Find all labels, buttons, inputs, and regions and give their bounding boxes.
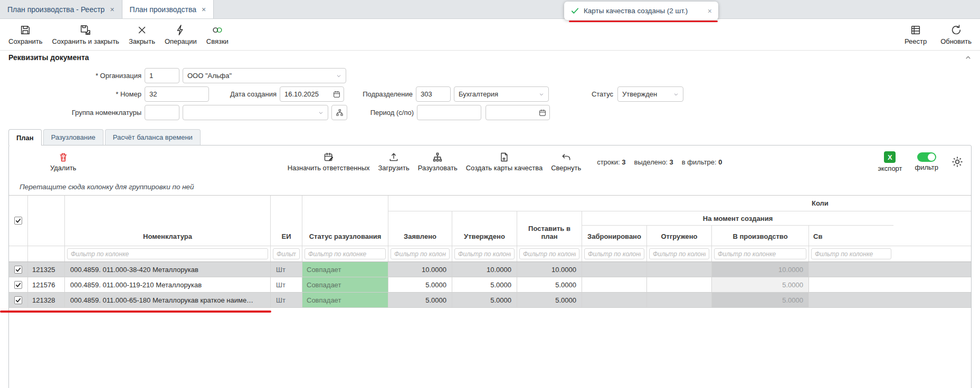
department-select-value: Бухгалтерия (459, 90, 498, 98)
filter-input[interactable] (391, 248, 450, 259)
col-header-declared[interactable]: Заявлено (388, 211, 452, 246)
filter-input[interactable] (519, 248, 579, 259)
filter-input-unit (271, 246, 302, 261)
window-tab-registry-label: План производства - Реестр (7, 5, 104, 14)
filter-input-status (302, 246, 388, 261)
delete-button[interactable]: Удалить (50, 152, 77, 172)
filter-input[interactable] (649, 248, 709, 259)
cell-explosion-status: Совпадает (302, 262, 388, 277)
table-row[interactable]: 121328 000.4859. 011.000-65-180 Металлор… (9, 293, 971, 308)
collapse-chevron-up-icon[interactable] (965, 54, 972, 61)
registry-button[interactable]: Реестр (905, 24, 927, 45)
collapse-rows-button[interactable]: Свернуть (551, 152, 581, 172)
save-and-close-icon (80, 24, 91, 36)
cell-nomenclature: 000.4859. 011.000-119-210 Металлорукав (65, 277, 271, 292)
trash-icon (58, 152, 69, 162)
department-code-input[interactable] (416, 86, 451, 102)
organization-code-input[interactable] (145, 68, 179, 83)
links-button[interactable]: Связки (206, 24, 229, 45)
col-header-rest (893, 211, 971, 246)
window-tab-registry[interactable]: План производства - Реестр × (0, 0, 122, 18)
grid-counters: строки: 3 выделено: 3 в фильтре: 0 (597, 158, 722, 166)
col-header-id[interactable] (28, 196, 65, 246)
close-button[interactable]: Закрыть (129, 24, 155, 45)
cell-id: 121576 (28, 277, 65, 292)
cell-explosion-status: Совпадает (302, 277, 388, 292)
window-tab-production-plan[interactable]: План производства × (122, 0, 214, 18)
save-button[interactable]: Сохранить (8, 24, 43, 45)
filter-input[interactable] (305, 248, 386, 259)
number-input[interactable] (145, 86, 209, 102)
calendar-icon[interactable] (538, 109, 547, 117)
status-select[interactable]: Утвержден (617, 86, 683, 102)
cell-unit: Шт (271, 293, 302, 307)
cell-id: 121328 (28, 293, 65, 307)
cell-declared: 10.0000 (388, 262, 452, 277)
tab-time-balance[interactable]: Расчёт баланса времени (105, 129, 201, 145)
cell-shipped (647, 293, 712, 307)
department-select[interactable]: Бухгалтерия (454, 86, 549, 102)
filter-toggle[interactable]: фильтр (915, 152, 938, 171)
main-toolbar: Сохранить Сохранить и закрыть Закрыть Оп… (0, 19, 980, 51)
filter-input[interactable] (454, 248, 515, 259)
cell-explosion-status: Совпадает (302, 293, 388, 307)
col-header-in-production[interactable]: В производство (712, 226, 809, 246)
save-icon (20, 24, 31, 36)
save-and-close-button[interactable]: Сохранить и закрыть (52, 24, 119, 45)
grid-settings-button[interactable] (951, 156, 964, 168)
col-header-unit[interactable]: ЕИ (271, 196, 302, 246)
toast-success: Карты качества созданы (2 шт.) × (564, 2, 718, 20)
filter-input[interactable] (584, 248, 644, 259)
period-from-input[interactable] (417, 105, 481, 120)
select-all-checkbox[interactable] (9, 196, 28, 246)
tree-view-button[interactable] (331, 105, 347, 120)
nomenclature-group-select[interactable] (183, 105, 328, 120)
organization-label: * Организация (8, 72, 141, 80)
registry-icon (910, 24, 921, 36)
filter-input-nomenclature (65, 246, 271, 261)
row-checkbox[interactable] (9, 262, 28, 277)
col-header-put-to-plan[interactable]: Поставить в план (517, 211, 582, 246)
col-header-shipped[interactable]: Отгружено (647, 226, 712, 246)
table-row[interactable]: 121576 000.4859. 011.000-119-210 Металло… (9, 277, 971, 293)
close-icon (136, 24, 148, 36)
links-icon (212, 24, 223, 36)
calendar-icon[interactable] (332, 90, 341, 99)
col-header-nomenclature[interactable]: Номенклатура (65, 196, 271, 246)
create-quality-cards-button[interactable]: Создать карты качества (466, 152, 543, 172)
col-header-reserved[interactable]: Забронировано (582, 226, 647, 246)
group-header-quantity: Коли (388, 196, 971, 211)
cell-in-production: 5.0000 (712, 293, 809, 307)
refresh-button[interactable]: Обновить (940, 24, 972, 45)
export-button[interactable]: X экспорт (878, 151, 902, 172)
filter-input[interactable] (67, 248, 268, 259)
toast-close-icon[interactable]: × (708, 7, 712, 15)
cell-reserved (582, 262, 647, 277)
col-header-explosion-status[interactable]: Статус разузлования (302, 196, 388, 246)
chevron-down-icon (539, 92, 544, 97)
grid-header: Номенклатура ЕИ Статус разузлования Коли… (9, 195, 971, 262)
tree-icon (336, 109, 344, 117)
chevron-down-icon (336, 73, 341, 79)
tab-close-icon[interactable]: × (110, 5, 114, 14)
tab-close-icon[interactable]: × (202, 5, 206, 14)
cell-unit: Шт (271, 277, 302, 292)
chevron-down-icon (673, 92, 679, 97)
load-button[interactable]: Загрузить (378, 152, 409, 172)
view-tabs: План Разузлование Расчёт баланса времени (0, 126, 980, 146)
tab-plan[interactable]: План (8, 129, 42, 146)
table-row[interactable]: 121325 000.4859. 011.000-38-420 Металлор… (9, 262, 971, 277)
explode-button[interactable]: Разузловать (418, 152, 458, 172)
operations-button[interactable]: Операции (165, 24, 197, 45)
organization-select[interactable]: ООО "Альфа" (183, 68, 346, 83)
assign-responsible-button[interactable]: Назначить ответственных (288, 152, 370, 172)
tab-explosion[interactable]: Разузлование (43, 129, 103, 145)
nomenclature-group-code-input[interactable] (145, 105, 179, 120)
row-checkbox[interactable] (9, 293, 28, 307)
filter-input[interactable] (273, 248, 300, 259)
col-header-next-clipped[interactable]: Св (809, 226, 893, 246)
row-checkbox[interactable] (9, 277, 28, 292)
col-header-approved[interactable]: Утверждено (452, 211, 517, 246)
filter-input[interactable] (714, 248, 806, 259)
filter-input[interactable] (811, 248, 891, 259)
